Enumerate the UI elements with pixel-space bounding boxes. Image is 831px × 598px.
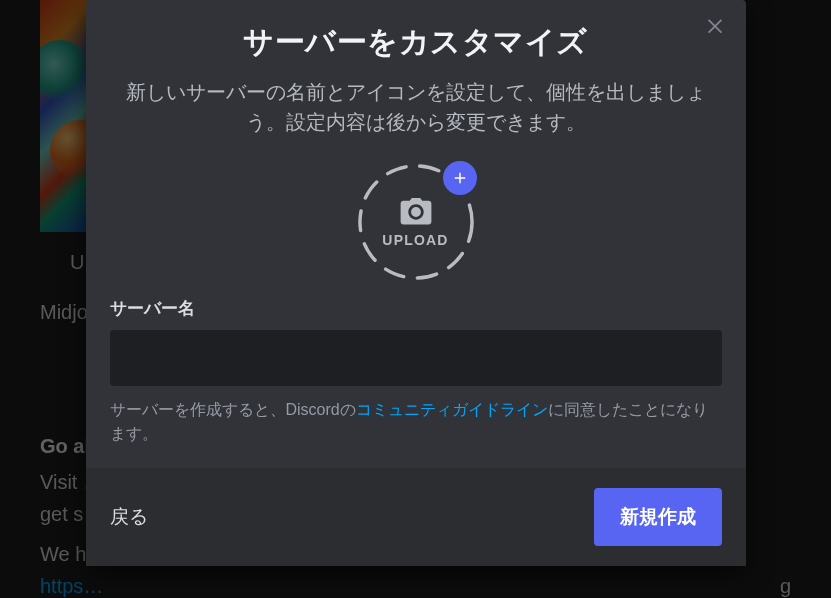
server-name-input[interactable] [110, 330, 722, 386]
community-guidelines-link[interactable]: コミュニティガイドライン [356, 401, 548, 418]
server-icon-upload[interactable]: UPLOAD [357, 163, 475, 281]
modal-title: サーバーをカスタマイズ [110, 22, 722, 63]
close-button[interactable] [702, 12, 728, 38]
create-button[interactable]: 新規作成 [594, 488, 722, 546]
modal-header: サーバーをカスタマイズ 新しいサーバーの名前とアイコンを設定して、個性を出しまし… [86, 0, 746, 137]
terms-text: サーバーを作成すると、Discordのコミュニティガイドラインに同意したことにな… [110, 398, 722, 446]
create-server-modal: サーバーをカスタマイズ 新しいサーバーの名前とアイコンを設定して、個性を出しまし… [86, 0, 746, 566]
server-name-label: サーバー名 [110, 297, 722, 320]
back-button[interactable]: 戻る [110, 500, 148, 534]
modal-footer: 戻る 新規作成 [86, 468, 746, 566]
modal-subtitle: 新しいサーバーの名前とアイコンを設定して、個性を出しましょう。設定内容は後から変… [110, 77, 722, 137]
upload-plus-badge [443, 161, 477, 195]
form-section: サーバー名 サーバーを作成すると、Discordのコミュニティガイドラインに同意… [86, 297, 746, 468]
close-icon [704, 14, 726, 36]
plus-icon [451, 169, 469, 187]
